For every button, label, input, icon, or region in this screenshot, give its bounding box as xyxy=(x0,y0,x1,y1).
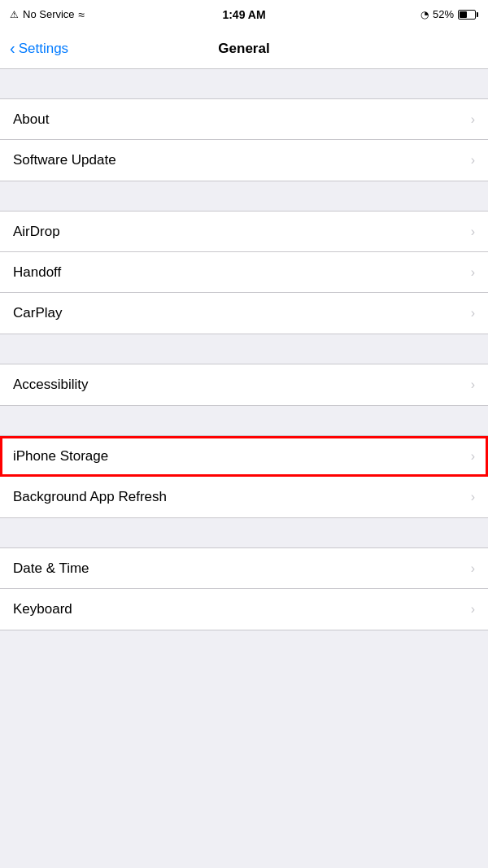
row-background-app-refresh[interactable]: Background App Refresh › xyxy=(0,477,488,517)
section-gap-2 xyxy=(0,181,488,211)
about-label: About xyxy=(13,111,49,128)
status-left: ⚠ No Service ≈ xyxy=(10,8,85,21)
row-date-time[interactable]: Date & Time › xyxy=(0,548,488,589)
group-5: Date & Time › Keyboard › xyxy=(0,547,488,630)
status-right: ◔ 52% xyxy=(420,8,478,20)
keyboard-label: Keyboard xyxy=(13,601,72,617)
background-app-refresh-label: Background App Refresh xyxy=(13,489,167,505)
row-carplay[interactable]: CarPlay › xyxy=(0,293,488,334)
airdrop-chevron-icon: › xyxy=(471,225,475,239)
carplay-label: CarPlay xyxy=(13,305,62,321)
keyboard-chevron-icon: › xyxy=(471,602,475,617)
iphone-storage-label: iPhone Storage xyxy=(13,448,108,465)
row-airdrop[interactable]: AirDrop › xyxy=(0,212,488,252)
group-3: Accessibility › xyxy=(0,364,488,406)
accessibility-chevron-icon: › xyxy=(471,377,475,392)
row-accessibility[interactable]: Accessibility › xyxy=(0,364,488,405)
wifi-icon: ≈ xyxy=(79,8,85,21)
content: About › Software Update › AirDrop › Hand… xyxy=(0,69,488,660)
software-update-chevron-icon: › xyxy=(471,153,475,168)
nav-bar: ‹ Settings General xyxy=(0,28,488,69)
date-time-label: Date & Time xyxy=(13,560,89,577)
date-time-chevron-icon: › xyxy=(471,561,475,576)
section-gap-4 xyxy=(0,406,488,435)
signal-warning-icon: ⚠ xyxy=(10,9,19,20)
handoff-label: Handoff xyxy=(13,264,61,281)
software-update-label: Software Update xyxy=(13,152,116,168)
row-software-update[interactable]: Software Update › xyxy=(0,140,488,181)
status-time: 1:49 AM xyxy=(222,8,265,21)
background-app-refresh-chevron-icon: › xyxy=(471,490,475,504)
section-gap-5 xyxy=(0,518,488,547)
back-label: Settings xyxy=(19,41,68,57)
section-gap-3 xyxy=(0,334,488,364)
lock-icon: ◔ xyxy=(420,9,429,20)
row-about[interactable]: About › xyxy=(0,99,488,140)
about-chevron-icon: › xyxy=(471,112,475,127)
carplay-chevron-icon: › xyxy=(471,306,475,321)
back-chevron-icon: ‹ xyxy=(10,40,15,56)
back-button[interactable]: ‹ Settings xyxy=(10,41,68,57)
airdrop-label: AirDrop xyxy=(13,224,60,240)
row-iphone-storage[interactable]: iPhone Storage › xyxy=(0,436,488,477)
accessibility-label: Accessibility xyxy=(13,377,89,393)
group-2: AirDrop › Handoff › CarPlay › xyxy=(0,211,488,334)
section-gap-bottom xyxy=(0,630,488,660)
status-bar: ⚠ No Service ≈ 1:49 AM ◔ 52% xyxy=(0,0,488,28)
group-1: About › Software Update › xyxy=(0,98,488,181)
row-keyboard[interactable]: Keyboard › xyxy=(0,589,488,630)
row-handoff[interactable]: Handoff › xyxy=(0,252,488,293)
page-title: General xyxy=(218,41,269,57)
no-service-label: No Service xyxy=(23,8,75,20)
section-gap-top xyxy=(0,69,488,98)
battery-percent: 52% xyxy=(433,8,454,20)
handoff-chevron-icon: › xyxy=(471,265,475,280)
battery-icon xyxy=(458,10,478,20)
iphone-storage-chevron-icon: › xyxy=(471,449,475,464)
group-4: iPhone Storage › Background App Refresh … xyxy=(0,435,488,518)
